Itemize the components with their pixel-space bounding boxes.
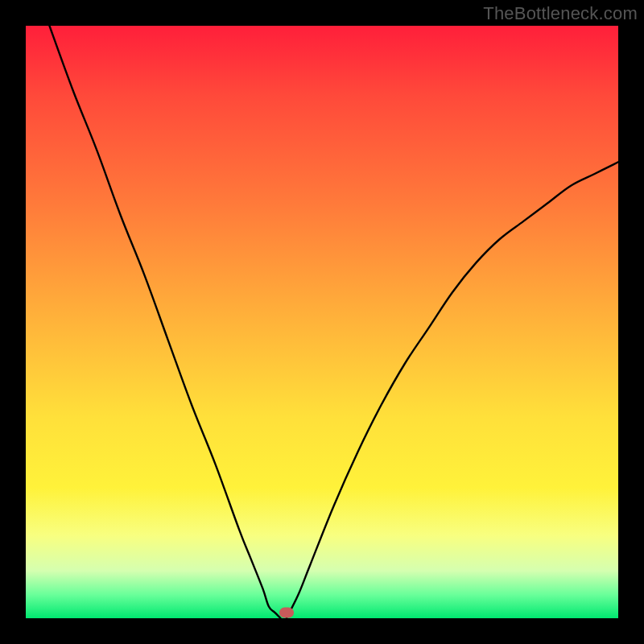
series-bottleneck-left [49, 26, 280, 618]
series-bottleneck-right [287, 162, 618, 618]
plot-area [26, 26, 618, 618]
optimal-point-marker [279, 607, 294, 617]
watermark-text: TheBottleneck.com [483, 3, 638, 24]
chart-frame: TheBottleneck.com [0, 0, 644, 644]
bottleneck-curve [26, 26, 618, 618]
